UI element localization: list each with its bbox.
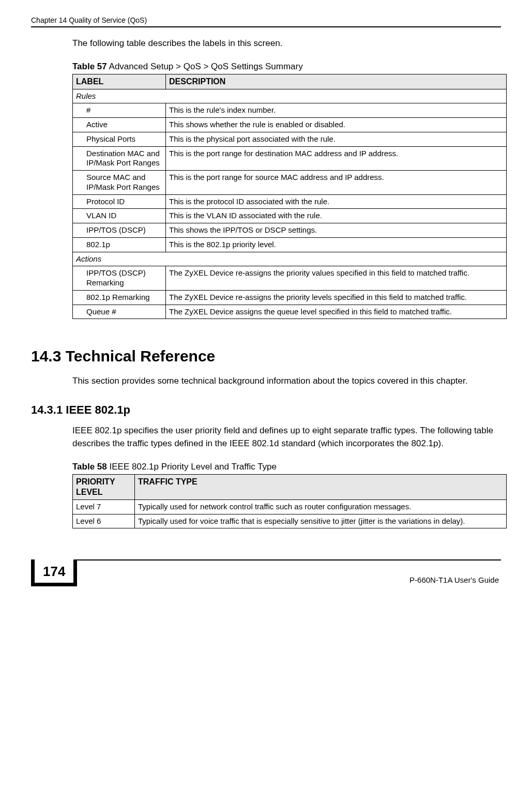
table-row: IPP/TOS (DSCP) RemarkingThe ZyXEL Device… [73, 266, 507, 291]
table-cell-desc: This is the rule's index number. [166, 103, 507, 118]
table-row: VLAN IDThis is the VLAN ID associated wi… [73, 209, 507, 223]
page-header: Chapter 14 Quality of Service (QoS) [31, 16, 501, 27]
table-row: Protocol IDThis is the protocol ID assoc… [73, 194, 507, 209]
table57-head-desc: DESCRIPTION [166, 74, 507, 89]
table58: PRIORITY LEVEL TRAFFIC TYPE Level 7Typic… [72, 474, 507, 529]
table-row: Queue #The ZyXEL Device assigns the queu… [73, 305, 507, 319]
table58-head-type: TRAFFIC TYPE [135, 474, 507, 499]
table-cell-desc: The ZyXEL Device re-assigns the priority… [166, 290, 507, 305]
table-row: Destination MAC and IP/Mask Port RangesT… [73, 146, 507, 171]
table-cell-label: # [73, 103, 166, 118]
table57-actions-header: Actions [73, 252, 507, 266]
table-cell-desc: This shows the IPP/TOS or DSCP settings. [166, 223, 507, 238]
table57-rules-section: Rules [73, 89, 507, 103]
table58-caption-rest: IEEE 802.1p Priority Level and Traffic T… [107, 462, 277, 472]
table-cell-label: 802.1p [73, 237, 166, 252]
table-cell-label: VLAN ID [73, 209, 166, 223]
table58-header-row: PRIORITY LEVEL TRAFFIC TYPE [73, 474, 507, 499]
table-row: Level 7Typically used for network contro… [73, 499, 507, 514]
table-cell-type: Typically used for voice traffic that is… [135, 514, 507, 528]
page-footer: 174 P-660N-T1A User's Guide [31, 559, 501, 586]
table-row: IPP/TOS (DSCP)This shows the IPP/TOS or … [73, 223, 507, 238]
table-row: Physical PortsThis is the physical port … [73, 132, 507, 146]
page-container: Chapter 14 Quality of Service (QoS) The … [0, 0, 532, 602]
table-cell-label: IPP/TOS (DSCP) Remarking [73, 266, 166, 291]
table-cell-label: Queue # [73, 305, 166, 319]
table57-actions-section: Actions [73, 252, 507, 266]
table-row: 802.1p RemarkingThe ZyXEL Device re-assi… [73, 290, 507, 305]
table57-caption-bold: Table 57 [72, 62, 107, 71]
table-row: 802.1pThis is the 802.1p priority level. [73, 237, 507, 252]
table57-caption: Table 57 Advanced Setup > QoS > QoS Sett… [72, 62, 501, 72]
intro-paragraph: The following table describes the labels… [72, 37, 496, 50]
table57: LABEL DESCRIPTION Rules #This is the rul… [72, 74, 507, 320]
table-cell-label: Destination MAC and IP/Mask Port Ranges [73, 146, 166, 171]
table-cell-label: Source MAC and IP/Mask Port Ranges [73, 171, 166, 195]
section-14-3-heading: 14.3 Technical Reference [31, 347, 501, 365]
table-cell-level: Level 7 [73, 499, 135, 514]
table-row: Source MAC and IP/Mask Port RangesThis i… [73, 171, 507, 195]
table-cell-desc: This shows whether the rule is enabled o… [166, 118, 507, 132]
table57-header-row: LABEL DESCRIPTION [73, 74, 507, 89]
section-14-3-1-heading: 14.3.1 IEEE 802.1p [31, 403, 501, 417]
table58-caption-bold: Table 58 [72, 462, 107, 472]
table-cell-label: Active [73, 118, 166, 132]
table-cell-label: Protocol ID [73, 194, 166, 209]
table-cell-type: Typically used for network control traff… [135, 499, 507, 514]
chapter-title: Chapter 14 Quality of Service (QoS) [31, 16, 147, 24]
table-cell-label: 802.1p Remarking [73, 290, 166, 305]
table-cell-desc: This is the port range for destination M… [166, 146, 507, 171]
table-cell-desc: This is the VLAN ID associated with the … [166, 209, 507, 223]
table-cell-desc: This is the port range for source MAC ad… [166, 171, 507, 195]
table-row: #This is the rule's index number. [73, 103, 507, 118]
table-row: ActiveThis shows whether the rule is ena… [73, 118, 507, 132]
table-cell-desc: The ZyXEL Device re-assigns the priority… [166, 266, 507, 291]
table58-head-level: PRIORITY LEVEL [73, 474, 135, 499]
table-row: Level 6Typically used for voice traffic … [73, 514, 507, 528]
table-cell-desc: This is the protocol ID associated with … [166, 194, 507, 209]
table-cell-desc: The ZyXEL Device assigns the queue level… [166, 305, 507, 319]
table57-caption-rest: Advanced Setup > QoS > QoS Settings Summ… [107, 62, 303, 71]
table57-head-label: LABEL [73, 74, 166, 89]
table57-rules-header: Rules [73, 89, 507, 103]
table-cell-level: Level 6 [73, 514, 135, 528]
page-number: 174 [31, 559, 77, 586]
table-cell-label: IPP/TOS (DSCP) [73, 223, 166, 238]
table-cell-desc: This is the 802.1p priority level. [166, 237, 507, 252]
table-cell-label: Physical Ports [73, 132, 166, 146]
section-14-3-1-text: IEEE 802.1p specifies the user priority … [72, 424, 496, 450]
footer-guide-name: P-660N-T1A User's Guide [407, 570, 501, 586]
section-14-3-text: This section provides some technical bac… [72, 374, 496, 388]
table-cell-desc: This is the physical port associated wit… [166, 132, 507, 146]
table58-caption: Table 58 IEEE 802.1p Priority Level and … [72, 462, 501, 472]
